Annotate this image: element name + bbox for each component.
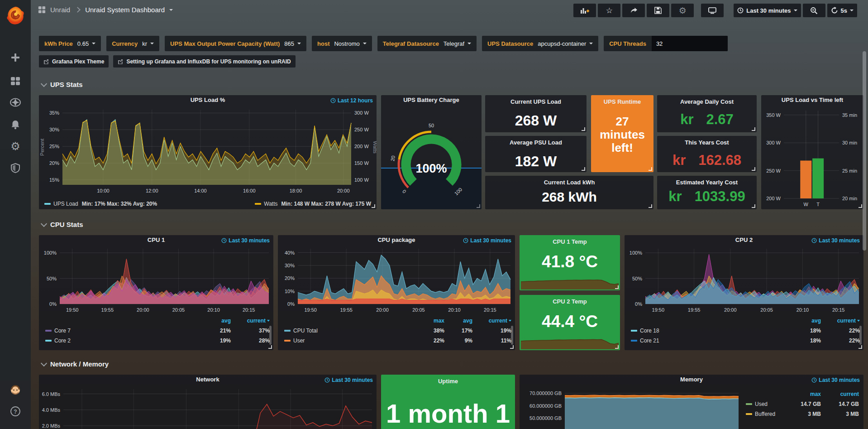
user-avatar[interactable]	[0, 381, 31, 399]
legend-series[interactable]: Buffered	[746, 411, 783, 417]
cpu-2-chart[interactable]: 0%50%100%19:5019:5520:0020:0520:1020:15	[625, 245, 863, 314]
link-ups-monitoring-guide[interactable]: Setting up Grafana and InfluxDB for UPS …	[113, 55, 295, 67]
panel-title[interactable]: UPS Battery Charge	[381, 95, 482, 105]
section-cpu-stats[interactable]: CPU Stats	[42, 221, 83, 228]
panel-ups-load: UPS Load % Last 12 hours 15%20%25%30%35%…	[39, 95, 377, 209]
legend-series[interactable]: CPU Total	[284, 328, 416, 334]
variable-host[interactable]: host Nostromo	[312, 36, 372, 51]
network-chart[interactable]: 2.0 MBs4.0 MBs6.0 MBs19:5019:5520:0020:0…	[39, 385, 377, 429]
svg-text:50%: 50%	[47, 276, 57, 281]
panel-title[interactable]: UPS Load vs Time left	[761, 95, 863, 105]
battery-gauge[interactable]: 02050100100%	[381, 105, 482, 209]
panel-title[interactable]: Current UPS Load	[485, 98, 587, 105]
share-icon	[630, 7, 638, 14]
breadcrumb-folder[interactable]: Unraid	[50, 6, 70, 14]
breadcrumb-dashboard-title[interactable]: Unraid System Dashboard	[85, 6, 165, 14]
server-admin-shield-icon[interactable]	[0, 158, 31, 178]
gear-glyph: ⚙	[10, 141, 20, 152]
svg-text:35 min: 35 min	[842, 112, 857, 118]
add-panel-button[interactable]	[573, 4, 596, 17]
variable-cpu-threads: CPU Threads	[604, 36, 728, 51]
legend-scrollbar[interactable]	[859, 326, 862, 345]
panel-cpu-1: CPU 1 Last 30 minutes 0%50%100%19:5019:5…	[39, 235, 273, 350]
variable-kwh-price[interactable]: kWh Price 0.65	[39, 36, 101, 51]
svg-text:20:05: 20:05	[412, 307, 425, 313]
svg-text:19:50: 19:50	[66, 307, 79, 313]
load-vs-time-chart[interactable]: 200 W250 W300 W350 W20 min25 min30 min35…	[761, 105, 863, 208]
legend-col-current[interactable]: current	[821, 318, 860, 324]
panel-title[interactable]: This Years Cost	[657, 139, 757, 146]
explore-compass-icon[interactable]	[0, 92, 31, 113]
variable-ups-datasource[interactable]: UPS Datasource apcupsd-container	[482, 36, 598, 51]
save-dashboard-button[interactable]	[647, 4, 669, 17]
page-scrollbar[interactable]	[863, 51, 866, 251]
legend-col-max[interactable]: max	[783, 391, 821, 397]
legend-series[interactable]: User	[284, 337, 416, 344]
legend-col-current[interactable]: current	[472, 318, 511, 324]
legend-col-avg[interactable]: avg	[203, 318, 231, 324]
legend-series[interactable]: Core 21	[631, 337, 793, 344]
svg-text:250 W: 250 W	[354, 127, 369, 132]
dashboards-icon[interactable]	[0, 71, 31, 92]
panel-title[interactable]: Estimated Yearly Cost	[657, 179, 757, 186]
panel-title[interactable]: UPS Load %	[39, 95, 377, 105]
zoom-out-time-button[interactable]	[803, 4, 825, 17]
svg-text:19:55: 19:55	[101, 307, 114, 313]
legend-series[interactable]: Core 18	[631, 328, 793, 334]
panel-title[interactable]: Average Daily Cost	[657, 98, 757, 105]
legend-col-avg[interactable]: avg	[444, 318, 472, 324]
section-network-memory[interactable]: Network / Memory	[42, 360, 109, 368]
legend-ups-load[interactable]: UPS Load Min: 17% Max: 32% Avg: 20%	[44, 201, 157, 207]
svg-text:0%: 0%	[49, 301, 57, 307]
section-ups-stats[interactable]: UPS Stats	[42, 81, 83, 88]
refresh-button[interactable]: 5s	[827, 4, 857, 17]
ups-load-chart[interactable]: 15%20%25%30%35%100 W150 W200 W250 W300 W…	[39, 105, 377, 196]
panel-title[interactable]: UPS Runtime	[591, 98, 653, 105]
legend-col-current[interactable]: current	[821, 391, 859, 397]
svg-text:19:55: 19:55	[688, 307, 701, 313]
panel-network: Network Last 30 minutes 2.0 MBs4.0 MBs6.…	[39, 375, 377, 429]
legend-series[interactable]: Used	[746, 401, 783, 407]
variable-telegraf-datasource[interactable]: Telegraf Datasource Telegraf	[377, 36, 477, 51]
legend-series[interactable]: Core 2	[45, 337, 203, 344]
legend-series[interactable]: Core 7	[45, 328, 203, 334]
grafana-logo[interactable]	[0, 4, 31, 27]
svg-text:20:00: 20:00	[337, 188, 350, 193]
link-grafana-plex-theme[interactable]: Grafana Plex Theme	[39, 55, 109, 67]
svg-text:200 W: 200 W	[766, 196, 781, 201]
alerting-bell-icon[interactable]	[0, 114, 31, 135]
panel-title[interactable]: Current Load kWh	[485, 179, 653, 186]
legend-watts[interactable]: Watts Min: 148 W Max: 278 W Avg: 175 W	[255, 201, 371, 207]
panel-title[interactable]: CPU 1 Temp	[520, 238, 620, 245]
legend-col-avg[interactable]: avg	[793, 318, 821, 324]
time-range-picker[interactable]: Last 30 minutes	[734, 4, 801, 17]
memory-chart[interactable]: 50.000000 GB60.000000 GB70.000000 GB	[520, 385, 742, 429]
cpu-threads-input[interactable]	[652, 36, 728, 51]
variable-ups-max-output[interactable]: UPS Max Output Power Capacity (Watt) 865	[165, 36, 306, 51]
legend-scrollbar[interactable]	[269, 326, 272, 345]
legend-col-current[interactable]: current	[231, 318, 270, 324]
panel-title[interactable]: Uptime	[381, 378, 515, 385]
svg-text:2.0 MBs: 2.0 MBs	[42, 423, 61, 429]
legend-col-max[interactable]: max	[416, 318, 444, 324]
help-icon[interactable]: ?	[0, 402, 31, 420]
ups-load-legend: UPS Load Min: 17% Max: 32% Avg: 20% Watt…	[44, 201, 371, 207]
panel-title[interactable]: CPU 2 Temp	[520, 298, 620, 305]
svg-text:4.0 MBs: 4.0 MBs	[42, 407, 61, 413]
panel-title[interactable]: Average PSU Load	[485, 139, 587, 146]
cycle-view-mode-button[interactable]	[701, 4, 724, 17]
legend-scrollbar[interactable]	[511, 326, 513, 345]
cpu-package-chart[interactable]: 0%10%20%30%40%19:5019:5520:0020:0520:102…	[278, 245, 515, 314]
variable-currency[interactable]: Currency kr	[106, 36, 159, 51]
panel-time-override: Last 30 minutes	[221, 237, 270, 244]
dashboard-settings-button[interactable]: ⚙	[671, 4, 694, 17]
star-dashboard-button[interactable]: ☆	[598, 4, 620, 17]
svg-text:20:05: 20:05	[172, 307, 185, 313]
chevron-down-icon[interactable]	[169, 9, 173, 11]
cpu-1-chart[interactable]: 0%50%100%19:5019:5520:0020:0520:1020:15	[39, 245, 273, 314]
share-dashboard-button[interactable]	[622, 4, 645, 17]
create-icon[interactable]	[0, 47, 31, 68]
stat-value: kr162.68	[657, 152, 757, 169]
configuration-gear-icon[interactable]: ⚙	[0, 136, 31, 157]
stat-value: 44.4 °C	[520, 312, 620, 331]
